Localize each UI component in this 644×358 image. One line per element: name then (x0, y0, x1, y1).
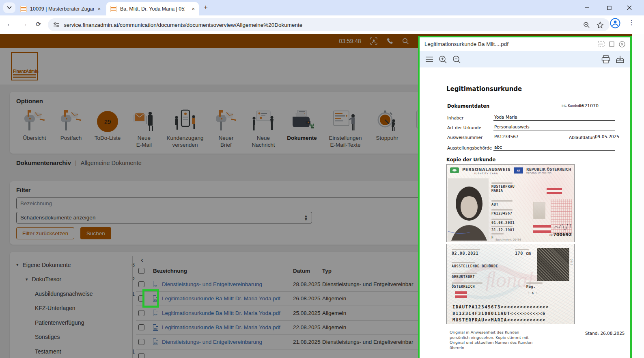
tab-close-icon[interactable]: × (97, 6, 101, 12)
minimize-icon[interactable] (598, 41, 605, 47)
browser-titlebar: 10009 | Musterberater Zugang × Ba, Mlitt… (0, 0, 644, 15)
pdf-field-label: Art der Urkunde (447, 125, 481, 130)
tab-musterberater[interactable]: 10009 | Musterberater Zugang × (16, 2, 105, 15)
card-academic-title: Mag. (526, 284, 543, 289)
footnote-line: überein (450, 345, 532, 351)
pdf-toolbar (420, 51, 630, 67)
page-scrollbar-track[interactable] (632, 34, 644, 358)
tab-close-icon[interactable]: × (192, 6, 195, 12)
card-nationality: AUT (491, 202, 513, 206)
reload-button[interactable]: ⟳ (36, 20, 41, 28)
pdf-field-label: Ausstellungsbehörde (447, 145, 492, 150)
tune-icon[interactable] (53, 22, 60, 28)
tab-search-button[interactable] (3, 2, 15, 13)
forward-button[interactable]: → (21, 20, 28, 28)
pdf-field-label: Ausweisnummer (447, 135, 482, 140)
austria-flag-icon (455, 291, 467, 298)
pdf-modal-titlebar[interactable]: Legitimationsurkunde Ba Mlit....pdf (420, 37, 630, 51)
card-given-name: MARIA (491, 189, 515, 193)
underline (594, 140, 615, 140)
finanzadmin-favicon-icon (20, 6, 27, 12)
kebab-menu-icon[interactable]: ⋮ (628, 19, 635, 26)
stand-date: Stand: 26.08.2025 (585, 331, 625, 336)
back-button[interactable]: ← (6, 20, 13, 28)
austria-flag-icon (547, 188, 562, 194)
tab-title: Ba, Mlitt, Dr. Yoda Maria | 05210 (120, 6, 185, 12)
pdf-field-value: abc (494, 145, 502, 150)
card-issue-date: 02.08.2021 (452, 251, 480, 256)
maximize-icon[interactable] (609, 41, 614, 47)
screen: 10009 | Musterberater Zugang × Ba, Mlitt… (0, 0, 644, 358)
x-mark: - X - (528, 291, 538, 295)
footnote-line: Original und aktuellem Namen des Kunden (450, 340, 532, 345)
new-tab-button[interactable]: + (204, 3, 208, 11)
annotation-highlight-box (142, 289, 159, 308)
ghost-photo (533, 202, 545, 219)
print-icon[interactable] (601, 55, 610, 63)
austria-flag-icon (533, 225, 551, 233)
url-bar[interactable]: service.finanzadmin.at/communication/doc… (48, 18, 610, 31)
underline (493, 150, 615, 151)
footnote-line: Original in Anwesenheit des Kunden (450, 330, 532, 335)
id-card-front-image: PERSONALAUSWEIS IDENTITY CARD AT REPUBLI… (446, 164, 575, 242)
pdf-preview-modal: Legitimationsurkunde Ba Mlit....pdf Legi… (418, 36, 632, 358)
mrz-line: IDAUTPA12345673<<<<<<<<<<<<<<< (452, 304, 549, 309)
underline (493, 120, 615, 121)
menu-icon[interactable] (425, 56, 433, 62)
zoom-out-icon[interactable] (452, 55, 461, 64)
card-height: 170 cm (515, 251, 531, 256)
id-card-back-image: ﬂonal 02.08.2021 170 cm AUSSTELLENDE BEH… (446, 244, 575, 324)
pdf-page: Legitimationsurkunde Dokumentdaten int. … (420, 67, 630, 358)
pdf-section-kopie: Kopie der Urkunde (446, 157, 495, 163)
card-subtitle: IDENTITY CARD (462, 172, 510, 175)
pdf-heading: Legitimationsurkunde (446, 85, 522, 93)
card-nationality-back: ÖSTERREICH (452, 284, 482, 289)
window-maximize-button[interactable] (600, 0, 618, 15)
card-expiry: 01.08.2031 (491, 221, 515, 225)
card-birth-place: GEBURTSORT (452, 275, 477, 279)
window-close-button[interactable] (620, 0, 639, 15)
pdf-field-value: Yoda Maria (494, 115, 517, 119)
signature (553, 224, 572, 230)
card-doc-number: PA1234567 (491, 211, 513, 215)
side-code: 050 (570, 259, 573, 266)
pdf-modal-title: Legitimationsurkunde Ba Mlit....pdf (424, 41, 508, 47)
mrz-line: MUSTERFRAU<<MARIA<<<<<<<<<<<< (452, 317, 546, 322)
window-minimize-button[interactable] (578, 0, 597, 15)
card-country-en: REPUBLIC OF AUSTRIA (526, 171, 571, 174)
card-title: PERSONALAUSWEIS (462, 167, 510, 172)
card-authority: AUSSTELLENDE BEHÖRDE (452, 264, 498, 268)
chevron-down-icon (7, 6, 12, 9)
underline (493, 140, 566, 140)
portrait-photo (448, 178, 489, 241)
card-country: REPUBLIK ÖSTERREICH (526, 167, 571, 171)
zoom-out-icon[interactable] (583, 22, 590, 28)
profile-avatar-icon[interactable] (610, 18, 620, 28)
pdf-section-dokumentdaten: Dokumentdaten (447, 103, 489, 109)
tab-yoda-maria[interactable]: Ba, Mlitt, Dr. Yoda Maria | 05210 × (106, 2, 199, 15)
pdf-field-value: Personalausweis (494, 124, 530, 129)
security-noise-block (537, 248, 569, 281)
mrz-line: 8112314F3108011AUT<<<<<<<<<<6 (452, 311, 546, 316)
minimize-icon (585, 5, 590, 10)
underline (493, 130, 615, 130)
download-icon[interactable] (616, 55, 625, 63)
footnote-line: persönlich eingesehen. Kopie stimmt mit (450, 335, 532, 341)
specimen-number: Specimennr. 00436 (495, 238, 521, 241)
card-serial: DN 700692 (549, 232, 572, 237)
zoom-in-icon[interactable] (439, 55, 447, 64)
star-icon[interactable] (597, 22, 604, 28)
pdf-footnote: Original in Anwesenheit des Kundenpersön… (450, 330, 532, 350)
close-icon[interactable] (619, 41, 625, 48)
tab-title: 10009 | Musterberater Zugang (30, 6, 94, 12)
card-birth-date: 31.12.1981 (491, 228, 515, 232)
eu-flag-icon: AT (514, 167, 523, 174)
kundennr-value: 0521070 (579, 103, 599, 108)
url-text: service.finanzadmin.at/communication/doc… (64, 22, 302, 28)
card-surname: MUSTERFRAU (491, 184, 515, 189)
maximize-icon (607, 6, 612, 10)
pdf-field-label: Ablaufdatum (569, 135, 597, 140)
pdf-field-value: 09.05.2025 (595, 134, 619, 139)
close-icon (627, 5, 632, 10)
pdf-field-label: Inhaber (447, 115, 463, 120)
